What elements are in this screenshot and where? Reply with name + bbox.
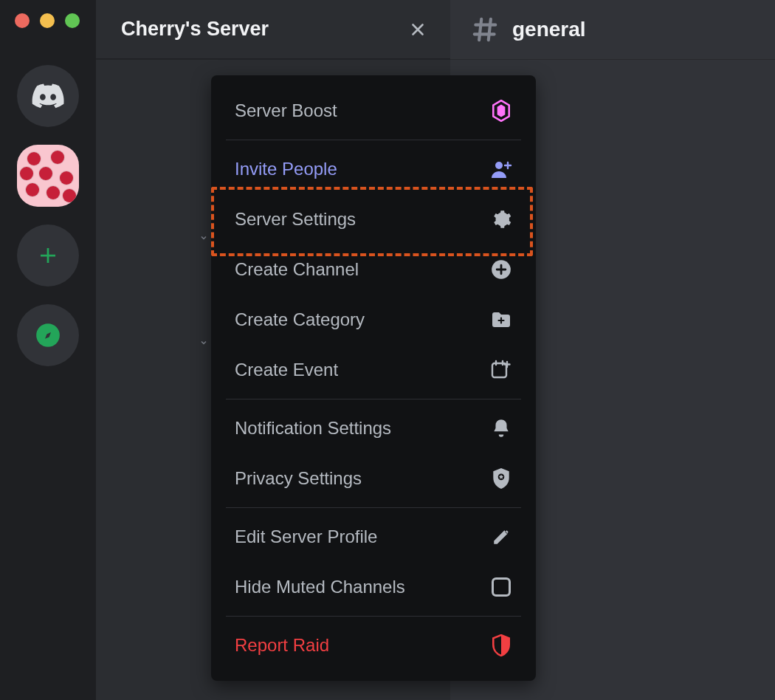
svg-point-1 (495, 162, 503, 169)
explore-servers-button[interactable] (17, 304, 79, 366)
add-server-button[interactable] (17, 224, 79, 286)
server-rail (0, 0, 96, 700)
menu-report-raid[interactable]: Report Raid (223, 620, 524, 670)
compass-icon (34, 321, 62, 349)
menu-label: Edit Server Profile (235, 526, 377, 547)
menu-server-settings[interactable]: Server Settings (223, 194, 524, 244)
channel-header: general (450, 0, 775, 59)
discord-logo-icon (31, 83, 65, 109)
menu-edit-server-profile[interactable]: Edit Server Profile (223, 512, 524, 562)
gear-icon (490, 208, 512, 230)
category-chevron[interactable] (199, 233, 208, 242)
menu-create-category[interactable]: Create Category (223, 295, 524, 345)
checkbox-icon (490, 576, 512, 598)
menu-label: Create Channel (235, 259, 359, 280)
menu-label: Server Settings (235, 209, 356, 230)
menu-create-event[interactable]: Create Event (223, 345, 524, 395)
menu-divider (226, 507, 521, 508)
menu-create-channel[interactable]: Create Channel (223, 244, 524, 295)
invite-icon (490, 158, 512, 180)
calendar-plus-icon (490, 359, 512, 381)
hash-icon (471, 16, 499, 44)
shield-alert-icon (490, 634, 512, 656)
plus-icon (37, 244, 59, 267)
menu-label: Privacy Settings (235, 468, 362, 489)
category-chevron[interactable] (199, 338, 208, 347)
menu-label: Invite People (235, 159, 337, 179)
menu-label: Server Boost (235, 100, 337, 121)
server-dropdown-menu: Server Boost Invite People Server Settin… (211, 75, 536, 681)
menu-label: Create Event (235, 360, 338, 380)
traffic-close[interactable] (15, 13, 30, 28)
menu-notification-settings[interactable]: Notification Settings (223, 403, 524, 453)
folder-plus-icon (490, 309, 512, 331)
menu-invite-people[interactable]: Invite People (223, 144, 524, 194)
menu-divider (226, 399, 521, 399)
home-dm-button[interactable] (17, 65, 79, 127)
menu-privacy-settings[interactable]: Privacy Settings (223, 453, 524, 504)
menu-hide-muted-channels[interactable]: Hide Muted Channels (223, 562, 524, 612)
channel-name: general (512, 18, 586, 41)
close-icon[interactable] (407, 19, 428, 40)
menu-label: Hide Muted Channels (235, 577, 405, 597)
plus-circle-icon (490, 258, 512, 281)
bell-icon (490, 417, 512, 439)
server-header[interactable]: Cherry's Server (96, 0, 450, 59)
menu-divider (226, 616, 521, 617)
traffic-maximize[interactable] (65, 13, 80, 28)
menu-label: Notification Settings (235, 418, 391, 439)
svg-rect-3 (492, 363, 506, 377)
menu-label: Create Category (235, 309, 365, 330)
pencil-icon (490, 526, 512, 548)
traffic-minimize[interactable] (40, 13, 55, 28)
window-traffic-lights (0, 13, 96, 28)
menu-server-boost[interactable]: Server Boost (223, 86, 524, 136)
channel-sidebar: Cherry's Server Server Boost Invite Peo (96, 0, 450, 700)
menu-label: Report Raid (235, 635, 329, 656)
boost-icon (490, 100, 512, 122)
menu-divider (226, 140, 521, 140)
shield-star-icon (490, 467, 512, 490)
server-title: Cherry's Server (121, 18, 269, 41)
server-cherry[interactable] (17, 145, 79, 207)
